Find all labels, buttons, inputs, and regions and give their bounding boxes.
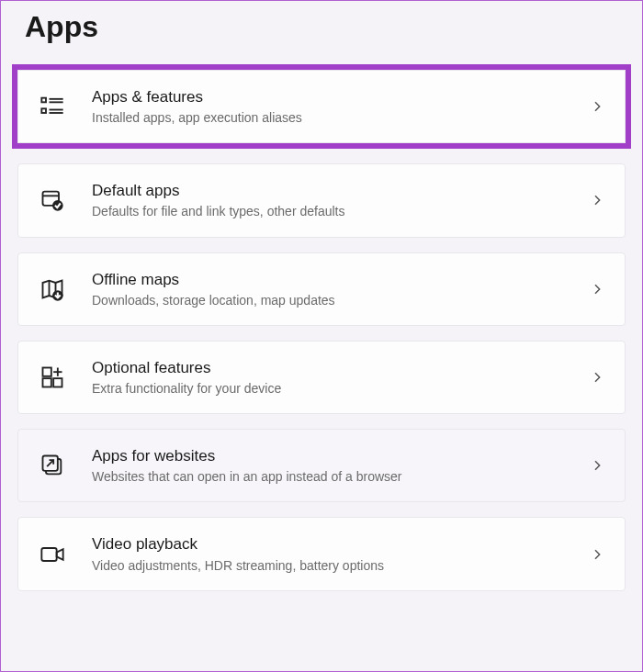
chevron-right-icon: [590, 547, 604, 562]
settings-item-video-playback[interactable]: Video playback Video adjustments, HDR st…: [17, 517, 626, 590]
svg-rect-15: [43, 378, 51, 386]
chevron-right-icon: [590, 458, 604, 473]
item-subtitle: Installed apps, app execution aliases: [92, 109, 579, 126]
item-text: Offline maps Downloads, storage location…: [92, 270, 579, 308]
svg-rect-22: [41, 548, 56, 561]
settings-item-apps-websites[interactable]: Apps for websites Websites that can open…: [17, 429, 626, 502]
apps-features-icon: [39, 93, 66, 120]
item-title: Default apps: [92, 181, 579, 201]
offline-maps-icon: [39, 275, 66, 303]
item-subtitle: Video adjustments, HDR streaming, batter…: [92, 557, 579, 574]
item-text: Default apps Defaults for file and link …: [92, 181, 579, 219]
svg-rect-14: [43, 367, 51, 375]
settings-item-default-apps[interactable]: Default apps Defaults for file and link …: [17, 163, 626, 237]
item-title: Apps for websites: [92, 446, 579, 466]
svg-rect-0: [41, 98, 46, 103]
svg-marker-23: [57, 549, 63, 560]
item-text: Video playback Video adjustments, HDR st…: [92, 534, 579, 573]
page-title: Apps: [25, 10, 626, 44]
item-text: Apps & features Installed apps, app exec…: [92, 87, 579, 126]
video-playback-icon: [39, 541, 66, 568]
settings-item-offline-maps[interactable]: Offline maps Downloads, storage location…: [17, 252, 626, 326]
item-title: Offline maps: [92, 270, 579, 290]
settings-item-optional-features[interactable]: Optional features Extra functionality fo…: [17, 341, 626, 414]
settings-item-apps-features[interactable]: Apps & features Installed apps, app exec…: [17, 70, 626, 143]
item-title: Video playback: [92, 534, 579, 554]
svg-rect-16: [53, 378, 62, 386]
item-subtitle: Defaults for file and link types, other …: [92, 203, 579, 219]
item-text: Optional features Extra functionality fo…: [92, 358, 579, 397]
item-subtitle: Websites that can open in an app instead…: [92, 468, 579, 485]
optional-features-icon: [39, 364, 66, 391]
item-title: Apps & features: [92, 87, 579, 107]
svg-rect-3: [41, 108, 46, 113]
apps-websites-icon: [39, 452, 66, 479]
item-text: Apps for websites Websites that can open…: [92, 446, 579, 485]
chevron-right-icon: [590, 99, 604, 114]
chevron-right-icon: [590, 193, 604, 207]
chevron-right-icon: [590, 370, 604, 385]
item-subtitle: Extra functionality for your device: [92, 380, 579, 397]
item-subtitle: Downloads, storage location, map updates: [92, 292, 579, 308]
item-title: Optional features: [92, 358, 579, 378]
chevron-right-icon: [590, 282, 604, 297]
default-apps-icon: [39, 186, 66, 214]
